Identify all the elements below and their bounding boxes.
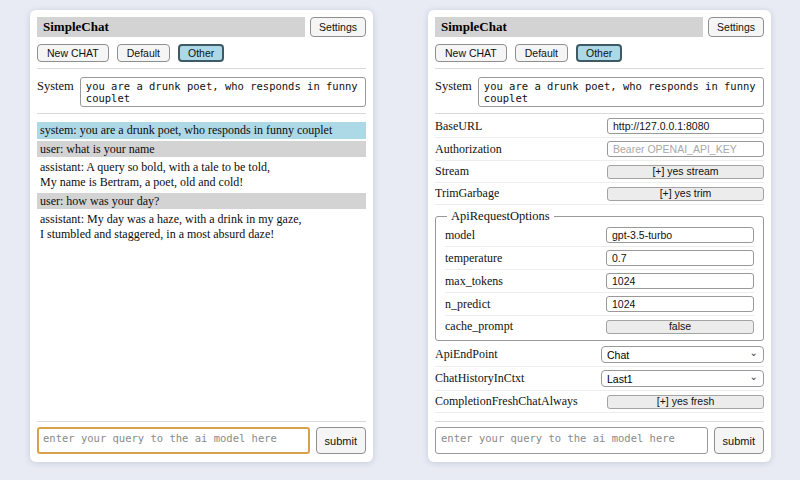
header-row: SimpleChat Settings [435,17,764,37]
settings-button[interactable]: Settings [310,17,366,37]
system-prompt-row: System you are a drunk poet, who respond… [435,77,764,107]
chevron-down-icon: ⌄ [750,348,758,358]
stream-label: Stream [435,164,469,179]
chat-message-system: system: you are a drunk poet, who respon… [37,122,366,139]
n-predict-label: n_predict [445,297,490,312]
setting-row-chat-history-in-ctxt: ChatHistoryInCtxt Last1 ⌄ [435,367,764,391]
submit-button[interactable]: submit [714,427,764,454]
settings-list: BaseURL Authorization Stream [+] yes str… [435,115,764,415]
chat-history-selected-value: Last1 [607,373,633,385]
system-prompt-input[interactable]: you are a drunk poet, who responds in fu… [80,77,366,107]
query-input[interactable] [435,427,708,454]
query-row: submit [37,427,366,454]
new-chat-button[interactable]: New CHAT [435,44,507,62]
session-buttons-row: New CHAT Default Other [435,44,764,62]
setting-row-completion-insert-standard-role-prefix: CompletionInsertStandardRolePrefix [-] d… [435,413,764,415]
session-default-button[interactable]: Default [117,44,170,62]
session-default-button[interactable]: Default [515,44,568,62]
chat-message-assistant: assistant: A query so bold, with a tale … [37,159,366,190]
chat-message-assistant: assistant: My day was a haze, with a dri… [37,211,366,242]
max-tokens-input[interactable] [606,273,754,289]
settings-panel: SimpleChat Settings New CHAT Default Oth… [428,10,771,462]
session-other-button[interactable]: Other [178,44,224,62]
system-prompt-input[interactable]: you are a drunk poet, who responds in fu… [478,77,764,107]
n-predict-input[interactable] [606,296,754,312]
chevron-down-icon: ⌄ [750,372,758,382]
baseurl-label: BaseURL [435,119,482,134]
temperature-input[interactable] [606,250,754,266]
setting-row-n-predict: n_predict [445,293,754,316]
app-title: SimpleChat [37,17,305,37]
setting-row-max-tokens: max_tokens [445,270,754,293]
system-label: System [37,77,74,107]
chat-message-user: user: what is your name [37,141,366,158]
chat-message-user: user: how was your day? [37,193,366,210]
cache-prompt-toggle-button[interactable]: false [606,320,754,334]
api-request-options-legend: ApiRequestOptions [447,209,554,224]
submit-button[interactable]: submit [316,427,366,454]
api-endpoint-select[interactable]: Chat ⌄ [601,346,764,363]
divider [435,113,764,114]
setting-row-completion-fresh-chat-always: CompletionFreshChatAlways [+] yes fresh [435,391,764,413]
divider [37,68,366,69]
api-endpoint-label: ApiEndPoint [435,347,498,362]
setting-row-cache-prompt: cache_prompt false [445,316,754,337]
trimgarbage-toggle-button[interactable]: [+] yes trim [607,187,764,201]
setting-row-baseurl: BaseURL [435,115,764,138]
authorization-input[interactable] [607,141,764,157]
session-buttons-row: New CHAT Default Other [37,44,366,62]
divider [37,421,366,422]
stream-toggle-button[interactable]: [+] yes stream [607,165,764,179]
settings-button[interactable]: Settings [708,17,764,37]
new-chat-button[interactable]: New CHAT [37,44,109,62]
temperature-label: temperature [445,251,502,266]
setting-row-stream: Stream [+] yes stream [435,161,764,183]
query-row: submit [435,427,764,454]
setting-row-authorization: Authorization [435,138,764,161]
authorization-label: Authorization [435,142,502,157]
chat-history-in-ctxt-select[interactable]: Last1 ⌄ [601,370,764,387]
baseurl-input[interactable] [607,118,764,134]
api-endpoint-selected-value: Chat [607,349,629,361]
chat-history-in-ctxt-label: ChatHistoryInCtxt [435,371,524,386]
divider [37,113,366,114]
chat-message-list: system: you are a drunk poet, who respon… [37,122,366,415]
query-input[interactable] [37,427,310,454]
cache-prompt-label: cache_prompt [445,319,513,334]
setting-row-api-endpoint: ApiEndPoint Chat ⌄ [435,343,764,367]
api-request-options-fieldset: ApiRequestOptions model temperature max_… [435,209,764,341]
header-row: SimpleChat Settings [37,17,366,37]
setting-row-trimgarbage: TrimGarbage [+] yes trim [435,183,764,205]
system-prompt-row: System you are a drunk poet, who respond… [37,77,366,107]
chat-panel: SimpleChat Settings New CHAT Default Oth… [30,10,373,462]
divider [435,68,764,69]
session-other-button[interactable]: Other [576,44,622,62]
system-label: System [435,77,472,107]
completion-fresh-chat-always-label: CompletionFreshChatAlways [435,394,578,409]
setting-row-model: model [445,224,754,247]
divider [435,421,764,422]
completion-fresh-chat-always-toggle-button[interactable]: [+] yes fresh [607,395,764,409]
model-input[interactable] [606,227,754,243]
trimgarbage-label: TrimGarbage [435,186,499,201]
model-label: model [445,228,475,243]
setting-row-temperature: temperature [445,247,754,270]
app-title: SimpleChat [435,17,703,37]
max-tokens-label: max_tokens [445,274,503,289]
